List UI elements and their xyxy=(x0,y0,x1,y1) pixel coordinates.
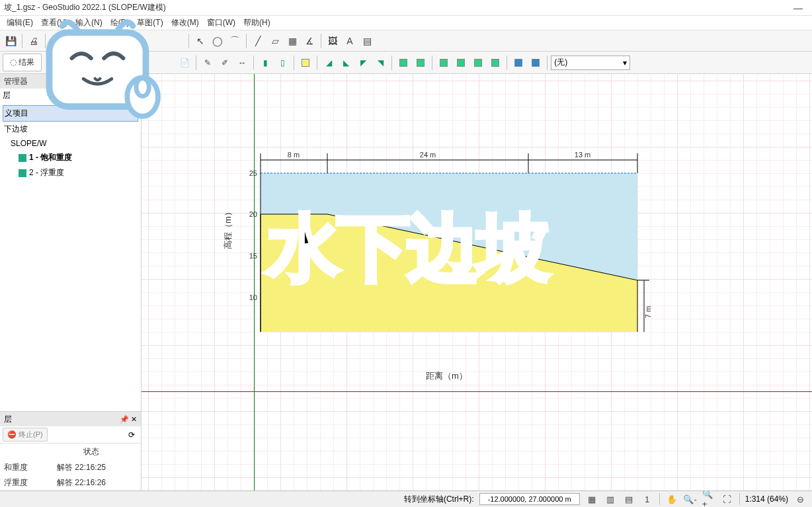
sidebar: 管理器▾ 层 义项目 下边坡 SLOPE/W 1 - 饱和重度 2 - 浮重度 … xyxy=(0,74,142,490)
s2-icon[interactable]: ◣ xyxy=(338,55,354,71)
zoom-level: 1:314 (64%) xyxy=(745,494,788,504)
table-row[interactable]: 浮重度解答 22:16:26 xyxy=(0,475,141,490)
minimize-button[interactable]: — xyxy=(788,3,808,13)
b3-icon[interactable] xyxy=(470,55,486,71)
tool-image-icon[interactable]: 🖼 xyxy=(325,33,341,49)
dim-3: 13 m xyxy=(575,151,590,159)
c3-icon[interactable] xyxy=(298,55,313,71)
tool-text-icon[interactable]: A xyxy=(342,33,358,49)
marker-icon[interactable]: ✐ xyxy=(217,55,233,71)
pan-icon[interactable]: ✋ xyxy=(665,492,678,506)
pin-icon[interactable]: 📌 ✕ xyxy=(120,415,137,424)
snap4-icon[interactable]: 1 xyxy=(641,492,654,506)
p1-icon[interactable] xyxy=(510,55,526,71)
window-title: 坡_1.gsz - GeoStudio 2022.1 (SLOPE/W建模) xyxy=(4,2,166,13)
tree-case-1[interactable]: 1 - 饱和重度 xyxy=(3,150,138,165)
tool-angle-icon[interactable]: ∡ xyxy=(302,33,317,49)
overlay-title: 水下边坡 xyxy=(267,200,548,298)
dim-2: 24 m xyxy=(420,151,436,159)
snap3-icon[interactable]: ▤ xyxy=(622,492,635,506)
svg-rect-1 xyxy=(59,42,136,97)
b2-icon[interactable] xyxy=(453,55,469,71)
svg-text:15: 15 xyxy=(249,252,257,260)
c2-icon[interactable]: ▯ xyxy=(274,55,290,71)
statusbar: 转到坐标轴(Ctrl+R): -12.000000, 27.000000 m ▦… xyxy=(0,490,812,507)
zoom-in-icon[interactable]: 🔍+ xyxy=(702,492,715,506)
tool-circle-icon[interactable]: ◯ xyxy=(210,33,225,49)
chevron-down-icon: ▾ xyxy=(623,58,627,67)
status-header: 状态 xyxy=(83,446,137,457)
zoom-minus-icon[interactable]: ⊖ xyxy=(793,492,807,506)
svg-text:20: 20 xyxy=(249,210,257,218)
menu-help[interactable]: 帮助(H) xyxy=(239,16,274,30)
p2-icon[interactable] xyxy=(528,55,544,71)
menu-modify[interactable]: 修改(M) xyxy=(167,16,203,30)
tool-table-icon[interactable]: ▤ xyxy=(359,33,375,49)
goto-coord-label: 转到坐标轴(Ctrl+R): xyxy=(404,494,474,505)
svg-text:10: 10 xyxy=(249,293,257,301)
table-row[interactable]: 和重度解答 22:16:25 xyxy=(0,460,141,475)
selector-combo[interactable]: (无)▾ xyxy=(551,56,630,70)
svg-text:25: 25 xyxy=(249,169,257,177)
snap1-icon[interactable]: ▦ xyxy=(585,492,598,506)
zoom-out-icon[interactable]: 🔍- xyxy=(684,492,697,506)
canvas[interactable]: 51015 2025 0510 152025 30354045 8 m 24 m… xyxy=(142,74,812,490)
tool-shape-icon[interactable]: ▱ xyxy=(267,33,283,49)
svg-point-3 xyxy=(136,78,149,96)
dim-h: 7 m xyxy=(644,306,651,318)
menu-window[interactable]: 窗口(W) xyxy=(203,16,239,30)
tool-arc-icon[interactable]: ⌒ xyxy=(227,33,243,49)
x-axis-guide xyxy=(142,391,812,392)
mascot-overlay xyxy=(33,13,162,136)
g2-icon[interactable] xyxy=(413,55,428,71)
solve-panel: 层📌 ✕ ⛔ 终止(P) ⟳ 状态 和重度解答 22:16:25 浮重度解答 2… xyxy=(0,411,141,490)
tool-select-icon[interactable]: ↖ xyxy=(192,33,208,49)
g1-icon[interactable] xyxy=(395,55,411,71)
zoom-fit-icon[interactable]: ⛶ xyxy=(721,492,734,506)
s4-icon[interactable]: ◥ xyxy=(372,55,388,71)
menu-edit[interactable]: 编辑(E) xyxy=(3,16,37,30)
doc-icon[interactable]: 📄 xyxy=(177,55,192,71)
tool-line-icon[interactable]: ╱ xyxy=(250,33,266,49)
tool-mesh-icon[interactable]: ▦ xyxy=(284,33,300,49)
coord-input[interactable]: -12.000000, 27.000000 m xyxy=(479,493,580,505)
b4-icon[interactable] xyxy=(487,55,503,71)
stop-button[interactable]: ⛔ 终止(P) xyxy=(3,428,48,442)
dim-icon[interactable]: ↔ xyxy=(234,55,250,71)
s3-icon[interactable]: ◤ xyxy=(355,55,371,71)
s1-icon[interactable]: ◢ xyxy=(321,55,337,71)
pen-icon[interactable]: ✎ xyxy=(200,55,216,71)
solve-header: 层📌 ✕ xyxy=(0,412,141,426)
save-icon[interactable]: 💾 xyxy=(3,33,19,49)
snap2-icon[interactable]: ▥ xyxy=(604,492,617,506)
c1-icon[interactable]: ▮ xyxy=(257,55,273,71)
x-axis-label: 距离（m） xyxy=(426,370,467,382)
y-axis-label: 高程（m） xyxy=(222,208,234,249)
tree-slopew[interactable]: SLOPE/W xyxy=(3,137,138,150)
dim-1: 8 m xyxy=(288,151,300,159)
refresh-icon[interactable]: ⟳ xyxy=(125,428,138,442)
b1-icon[interactable] xyxy=(436,55,452,71)
tree-case-2[interactable]: 2 - 浮重度 xyxy=(3,165,138,180)
